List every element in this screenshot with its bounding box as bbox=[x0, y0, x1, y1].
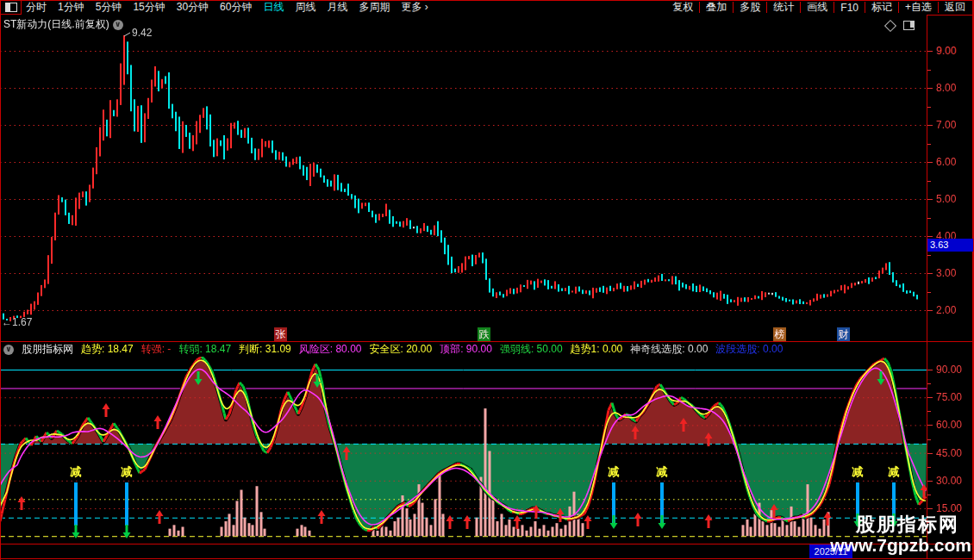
ind-y-minortick bbox=[927, 411, 931, 412]
menu-separator bbox=[834, 2, 834, 13]
frame-bottom bbox=[0, 558, 974, 559]
menu-item-+自选[interactable]: +自选 bbox=[905, 0, 932, 15]
frame-left bbox=[0, 0, 1, 560]
menu-separator bbox=[733, 2, 734, 13]
ind-y-label-75.00: 75.00 bbox=[936, 391, 972, 403]
ind-y-tick bbox=[927, 481, 933, 482]
main-y-label-9.00: 9.00 bbox=[936, 45, 972, 57]
main-y-minortick bbox=[927, 107, 931, 108]
chevron-down-icon[interactable]: ∨ bbox=[113, 20, 123, 30]
ind-y-label-15.00: 15.00 bbox=[936, 502, 972, 514]
tools-menu: 复权叠加多股统计画线F10标记+自选返回 bbox=[672, 0, 965, 15]
main-y-minortick bbox=[927, 255, 931, 256]
top-menu-bar: 分时1分钟5分钟15分钟30分钟60分钟日线周线月线多周期更多 › 复权叠加多股… bbox=[0, 0, 974, 15]
main-y-tick bbox=[927, 162, 933, 163]
menu-item-15分钟[interactable]: 15分钟 bbox=[133, 0, 165, 15]
watermark-url: www.7gpzb.com bbox=[830, 535, 971, 556]
main-y-tick bbox=[927, 199, 933, 200]
ind-y-minortick bbox=[927, 495, 931, 495]
main-y-minortick bbox=[927, 181, 931, 182]
main-y-tick bbox=[927, 51, 933, 52]
menu-item-分时[interactable]: 分时 bbox=[26, 0, 47, 15]
menu-item-画线[interactable]: 画线 bbox=[807, 0, 827, 15]
menu-item-标记[interactable]: 标记 bbox=[871, 0, 892, 15]
indicator-field-神奇线选股: 神奇线选股: 0.00 bbox=[630, 343, 708, 356]
main-y-label-8.00: 8.00 bbox=[936, 82, 972, 94]
main-y-tick bbox=[927, 236, 933, 237]
menu-separator bbox=[699, 2, 700, 13]
footer-tab-榜[interactable]: 榜 bbox=[773, 327, 786, 341]
menu-separator bbox=[766, 2, 767, 13]
menu-item-F10[interactable]: F10 bbox=[840, 2, 858, 14]
menu-item-返回[interactable]: 返回 bbox=[945, 0, 965, 15]
footer-tab-跌[interactable]: 跌 bbox=[478, 327, 490, 341]
menu-item-多股[interactable]: 多股 bbox=[740, 0, 760, 15]
stock-app-window: 分时1分钟5分钟15分钟30分钟60分钟日线周线月线多周期更多 › 复权叠加多股… bbox=[0, 0, 974, 560]
indicator-field-转强: 转强: - bbox=[141, 343, 172, 356]
chevron-down-icon[interactable]: ∨ bbox=[3, 345, 14, 355]
menu-item-周线[interactable]: 周线 bbox=[295, 0, 315, 15]
main-chart-canvas[interactable] bbox=[0, 15, 927, 342]
watermark-site-name: 股朋指标网 bbox=[830, 514, 959, 535]
ind-y-minortick bbox=[927, 383, 931, 384]
menu-item-60分钟[interactable]: 60分钟 bbox=[220, 0, 252, 15]
menu-separator bbox=[938, 2, 939, 13]
main-y-tick bbox=[927, 310, 933, 311]
ind-y-tick bbox=[927, 453, 933, 454]
main-y-tick bbox=[927, 88, 933, 89]
indicator-field-安全区: 安全区: 20.00 bbox=[369, 343, 432, 356]
period-menu: 分时1分钟5分钟15分钟30分钟60分钟日线周线月线多周期更多 › bbox=[26, 0, 428, 15]
ind-y-tick bbox=[927, 397, 933, 398]
ind-y-tick bbox=[927, 508, 933, 509]
ind-y-label-60.00: 60.00 bbox=[936, 419, 972, 431]
ind-y-label-30.00: 30.00 bbox=[936, 475, 972, 487]
low-price-label: ←1.67 bbox=[2, 316, 32, 328]
main-y-label-6.00: 6.00 bbox=[936, 156, 972, 168]
indicator-canvas[interactable] bbox=[0, 357, 927, 544]
main-y-label-7.00: 7.00 bbox=[936, 119, 972, 131]
menu-item-统计[interactable]: 统计 bbox=[773, 0, 794, 15]
menu-item-更多 ›[interactable]: 更多 › bbox=[401, 0, 428, 15]
footer-tab-张[interactable]: 张 bbox=[274, 327, 287, 341]
ind-y-tick bbox=[927, 370, 933, 370]
ind-y-minortick bbox=[927, 467, 931, 468]
indicator-field-转弱: 转弱: 18.47 bbox=[178, 343, 231, 356]
indicator-field-波段选股: 波段选股: 0.00 bbox=[715, 343, 783, 356]
menu-item-5分钟[interactable]: 5分钟 bbox=[96, 0, 122, 15]
footer-tab-财[interactable]: 财 bbox=[837, 327, 850, 341]
diamond-icon[interactable] bbox=[884, 19, 896, 31]
main-y-tick bbox=[927, 125, 933, 126]
indicator-field-顶部: 顶部: 90.00 bbox=[440, 343, 492, 356]
indicator-name: 股朋指标网 bbox=[22, 343, 73, 356]
main-y-tick bbox=[927, 273, 933, 274]
menu-item-日线[interactable]: 日线 bbox=[263, 0, 284, 15]
layout-icon[interactable] bbox=[0, 0, 22, 15]
chart-title: ST新动力(日线.前复权) bbox=[3, 17, 109, 32]
menu-item-1分钟[interactable]: 1分钟 bbox=[58, 0, 84, 15]
watermark: 股朋指标网 www.7gpzb.com bbox=[830, 514, 971, 556]
frame-top bbox=[0, 0, 974, 1]
panel-divider bbox=[0, 341, 974, 342]
main-y-minortick bbox=[927, 70, 931, 71]
main-y-minortick bbox=[927, 144, 931, 145]
menu-item-叠加[interactable]: 叠加 bbox=[706, 0, 727, 15]
menu-separator bbox=[898, 2, 899, 13]
window-split-icon[interactable] bbox=[903, 21, 915, 30]
ind-y-label-90.00: 90.00 bbox=[936, 364, 972, 376]
menu-item-多周期[interactable]: 多周期 bbox=[359, 0, 390, 15]
main-y-label-5.00: 5.00 bbox=[936, 193, 972, 205]
last-price-badge: 3.63 bbox=[927, 239, 973, 252]
menu-item-30分钟[interactable]: 30分钟 bbox=[177, 0, 209, 15]
menu-item-复权[interactable]: 复权 bbox=[672, 0, 693, 15]
menu-item-月线[interactable]: 月线 bbox=[327, 0, 347, 15]
indicator-field-判断: 判断: 31.09 bbox=[239, 343, 291, 356]
indicator-field-强弱线: 强弱线: 50.00 bbox=[500, 343, 563, 356]
main-y-minortick bbox=[927, 292, 931, 293]
main-y-label-2.00: 2.00 bbox=[936, 304, 972, 316]
indicator-header: ∨股朋指标网 趋势: 18.47转强: -转弱: 18.47判断: 31.09风… bbox=[0, 343, 930, 356]
main-y-minortick bbox=[927, 218, 931, 219]
indicator-field-趋势: 趋势: 18.47 bbox=[81, 343, 134, 356]
price-axis-line bbox=[927, 15, 927, 558]
ind-y-tick bbox=[927, 425, 933, 426]
main-y-label-3.00: 3.00 bbox=[936, 267, 972, 279]
